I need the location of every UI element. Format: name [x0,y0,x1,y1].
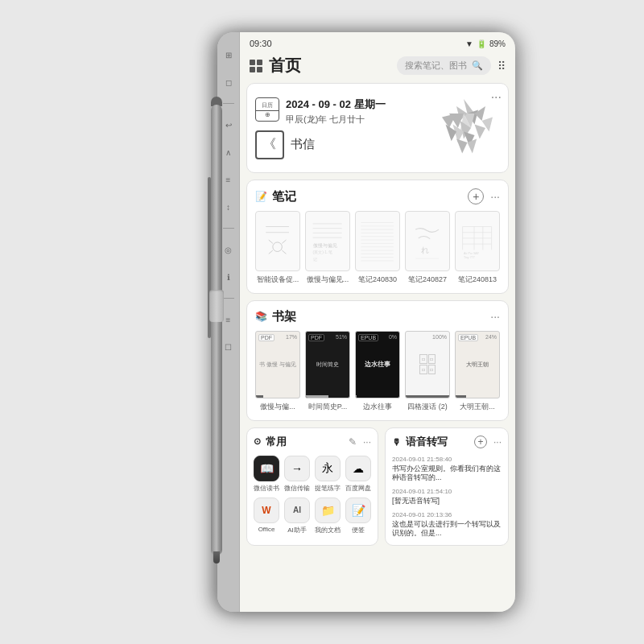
books-grid: PDF 书 傲慢 与偏见 17% 傲慢与偏... PDF 时间简史 [255,331,500,412]
voice-add-btn[interactable]: + [474,436,487,448]
app-item-weixin-transfer[interactable]: → 微信传输 [284,456,310,493]
book-title: 书信 [291,137,315,152]
cal-icon-row: 日历 ⊕ 2024 - 09 - 02 星期一 甲辰(龙)年 七月廿十 [255,97,427,126]
book-cover-1: PDF 时间简史 51% [305,331,350,398]
app-icon-my-docs: 📁 [315,497,341,523]
svg-text:记: 记 [313,257,317,262]
transcript-text-1: [暂无语音转写] [392,497,502,506]
app-item-sticky-note[interactable]: 📝 便签 [345,497,371,535]
app-icon-office: W [254,497,279,523]
book-cover-2: EPUB 边水往事 0% [355,331,400,398]
transcript-text-2: 这也是可以去进行到一个转写以及识别的。但是... [392,520,502,539]
search-icon: 🔍 [472,60,483,71]
book-cover-0: PDF 书 傲慢 与偏见 17% [255,331,300,398]
notes-icon: 📝 [255,191,267,202]
svg-marker-10 [456,139,468,154]
calendar-info-area: 日历 ⊕ 2024 - 09 - 02 星期一 甲辰(龙)年 七月廿十 《 [255,92,500,164]
voice-more-btn[interactable]: ··· [493,436,502,448]
app-label-ai: AI助手 [287,526,307,535]
transcript-item-0[interactable]: 2024-09-01 21:58:40 书写办公室规则。你看我们有的这种语音转写… [392,456,502,483]
note-label-2: 笔记240830 [355,275,400,285]
content-area: ··· 日历 ⊕ 2024 - 09 - 02 星期一 甲辰(龙)年 七月廿 [240,83,515,612]
app-icon-baidu-pan: ☁ [345,456,371,481]
note-item-3[interactable]: れ 笔记240827 [405,211,450,285]
book-label-2: 边水往事 [355,402,400,412]
svg-line-19 [269,240,273,243]
transcript-time-0: 2024-09-01 21:58:40 [392,456,502,463]
transcript-item-1[interactable]: 2024-09-01 21:54:10 [暂无语音转写] [392,488,502,506]
note-item-2[interactable]: 笔记240830 [355,211,400,285]
common-edit-btn[interactable]: ✎ [349,436,357,448]
common-more-btn[interactable]: ··· [363,436,371,448]
search-bar[interactable]: 搜索笔记、图书 🔍 [397,56,491,75]
app-label-calligraphy: 提笔练字 [315,484,341,493]
stylus-button[interactable] [209,290,224,322]
screen: 09:30 ▼ 🔋 89% 首页 [240,32,515,612]
svg-point-18 [273,242,283,252]
app-item-my-docs[interactable]: 📁 我的文档 [315,497,341,535]
calendar-date-sub: 甲辰(龙)年 七月廿十 [286,114,386,126]
svg-line-21 [269,250,273,254]
bookshelf-more-btn[interactable]: ··· [490,310,500,323]
notes-add-btn[interactable]: + [468,188,484,204]
book-item-3[interactable]: □ □ □ □ 100% 四格漫话 (2) [405,331,450,412]
book-label-3: 四格漫话 (2) [405,402,450,412]
voice-actions: + ··· [474,436,502,448]
svg-text:Air Pro SAF: Air Pro SAF [464,252,480,255]
calendar-date-main: 2024 - 09 - 02 星期一 [286,97,386,112]
book-item-4[interactable]: EPUB 大明王朝 24% 大明王朝... [455,331,500,412]
stylus-body [211,105,222,555]
note-item-0[interactable]: 智能设备促... [255,211,300,285]
app-item-office[interactable]: W Office [254,497,279,535]
svg-text:傲慢与偏见: 傲慢与偏见 [313,243,337,248]
notes-more-btn[interactable]: ··· [490,190,500,203]
book-badge-2: EPUB [358,334,378,341]
app-icon-weixin-read: 📖 [254,456,279,481]
app-label-weixin-transfer: 微信传输 [284,484,310,493]
app-item-ai[interactable]: AI AI助手 [284,497,310,535]
svg-text:Tiny 777: Tiny 777 [464,256,475,259]
book-cover-3: □ □ □ □ 100% [405,331,450,398]
voice-transcript-card: 🎙 语音转写 + ··· 2024-09-01 21:58:40 [385,427,509,546]
progress-bar-4 [456,395,466,398]
header-more-icon[interactable]: ⠿ [497,60,506,72]
book-item-2[interactable]: EPUB 边水往事 0% 边水往事 [355,331,400,412]
app-label-weixin-read: 微信读书 [254,484,279,493]
header: 首页 搜索笔记、图书 🔍 ⠿ [240,52,515,83]
status-bar: 09:30 ▼ 🔋 89% [240,32,515,52]
status-right: ▼ 🔋 89% [465,39,506,48]
book-item-0[interactable]: PDF 书 傲慢 与偏见 17% 傲慢与偏... [255,331,300,412]
note-thumb-3: れ [405,211,450,271]
spine-btn-back[interactable]: ◻ [222,76,235,89]
book-row: 《 书信 [255,130,427,159]
calendar-card[interactable]: ··· 日历 ⊕ 2024 - 09 - 02 星期一 甲辰(龙)年 七月廿 [246,83,509,173]
search-placeholder: 搜索笔记、图书 [405,60,467,72]
spine-btn-apps[interactable]: ⊞ [222,48,235,61]
header-icons: 搜索笔记、图书 🔍 ⠿ [397,56,506,75]
transcript-time-1: 2024-09-01 21:54:10 [392,488,502,495]
note-item-1[interactable]: 傲慢与偏见 (英文)·1.笔 记 傲慢与偏见... [305,211,350,285]
notes-section-title: 📝 笔记 [255,189,296,204]
note-item-4[interactable]: Air Pro SAF Tiny 777 笔记240813 [455,211,500,285]
common-icon: ⊙ [254,436,261,447]
bookshelf-section-header: 📚 书架 ··· [255,309,500,324]
app-item-baidu-pan[interactable]: ☁ 百度网盘 [345,456,371,493]
app-item-weixin-read[interactable]: 📖 微信读书 [254,456,279,493]
progress-bar-3 [406,395,449,398]
app-item-calligraphy[interactable]: 永 提笔练字 [315,456,341,493]
progress-bar-2 [356,395,357,398]
bookshelf-card: 📚 书架 ··· PDF 书 傲慢 与偏见 17% [246,300,509,421]
transcript-item-2[interactable]: 2024-09-01 20:13:36 这也是可以去进行到一个转写以及识别的。但… [392,511,502,539]
app-grid: 📖 微信读书 → 微信传输 [254,456,371,535]
status-time: 09:30 [250,39,272,48]
bookshelf-icon: 📚 [255,311,267,322]
book-label-4: 大明王朝... [455,402,500,412]
cal-dates: 2024 - 09 - 02 星期一 甲辰(龙)年 七月廿十 [286,97,386,126]
book-item-1[interactable]: PDF 时间简史 51% 时间简史P... [305,331,350,412]
book-cover-icon: 《 [255,130,284,159]
book-badge-4: EPUB [458,334,478,341]
svg-marker-0 [464,99,475,114]
book-cover-4: EPUB 大明王朝 24% [455,331,500,398]
voice-section-title: 🎙 语音转写 [392,435,448,449]
apps-icon[interactable] [250,60,262,72]
